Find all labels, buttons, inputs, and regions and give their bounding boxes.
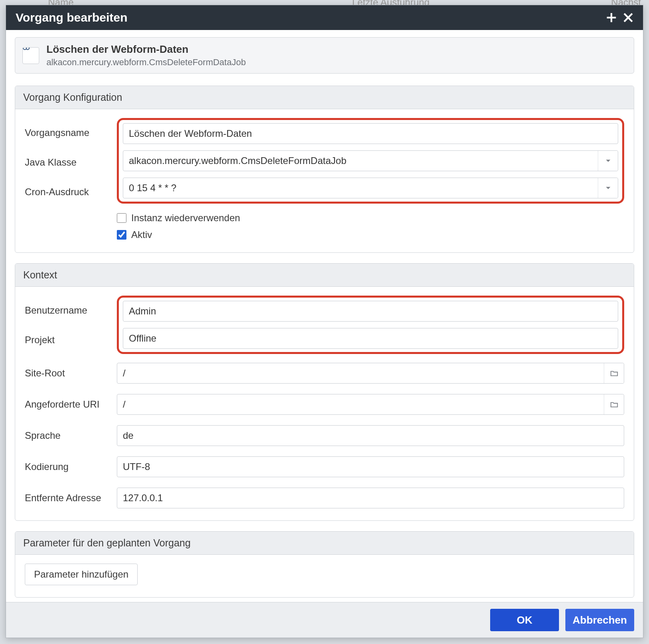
active-row[interactable]: Aktiv — [117, 229, 624, 240]
dialog-titlebar: Vorgang bearbeiten — [6, 5, 643, 30]
encoding-input[interactable] — [117, 456, 624, 477]
java-class-dropdown-trigger[interactable] — [598, 151, 618, 171]
reuse-instance-label: Instanz wiederverwenden — [131, 212, 240, 224]
project-input[interactable] — [123, 328, 618, 349]
add-parameter-button[interactable]: Parameter hinzufügen — [25, 564, 138, 585]
job-title: Löschen der Webform-Daten — [46, 43, 246, 56]
active-checkbox[interactable] — [117, 230, 126, 240]
active-label: Aktiv — [131, 229, 152, 240]
reuse-instance-row[interactable]: Instanz wiederverwenden — [117, 212, 624, 224]
params-panel-title: Parameter für den geplanten Vorgang — [15, 532, 634, 555]
dialog-content: Löschen der Webform-Daten alkacon.mercur… — [6, 30, 643, 602]
project-label: Projekt — [25, 325, 117, 355]
java-class-input[interactable] — [123, 150, 618, 171]
dialog-title: Vorgang bearbeiten — [16, 11, 601, 24]
locale-input[interactable] — [117, 425, 624, 446]
uri-input[interactable] — [117, 394, 624, 415]
uri-browse-trigger[interactable] — [604, 394, 624, 414]
job-name-label: Vorgangsname — [25, 118, 117, 148]
close-icon[interactable] — [621, 11, 635, 24]
encoding-label: Kodierung — [25, 461, 117, 472]
remote-label: Entfernte Adresse — [25, 492, 117, 504]
config-panel-title: Vorgang Konfiguration — [15, 86, 634, 109]
remote-input[interactable] — [117, 488, 624, 508]
context-panel-title: Kontext — [15, 264, 634, 287]
username-label: Benutzername — [25, 296, 117, 325]
uri-label: Angeforderte URI — [25, 399, 117, 410]
add-icon[interactable] — [605, 11, 618, 24]
reuse-instance-checkbox[interactable] — [117, 213, 126, 223]
config-panel: Vorgang Konfiguration Vorgangsname Java … — [15, 86, 634, 253]
cancel-button[interactable]: Abbrechen — [565, 609, 634, 631]
siteroot-input[interactable] — [117, 363, 624, 384]
dialog-buttonbar: OK Abbrechen — [6, 602, 643, 638]
job-header-card: Löschen der Webform-Daten alkacon.mercur… — [15, 37, 634, 74]
edit-job-dialog: Vorgang bearbeiten Löschen der Webform-D… — [6, 5, 643, 638]
job-name-input[interactable] — [123, 123, 618, 144]
params-panel: Parameter für den geplanten Vorgang Para… — [15, 531, 634, 598]
cron-input[interactable] — [123, 178, 618, 198]
java-class-label: Java Klasse — [25, 148, 117, 177]
calendar-icon — [22, 47, 39, 64]
context-panel: Kontext Benutzername Projekt — [15, 263, 634, 521]
siteroot-label: Site-Root — [25, 368, 117, 379]
ok-button[interactable]: OK — [490, 609, 559, 631]
job-class-subtitle: alkacon.mercury.webform.CmsDeleteFormDat… — [46, 57, 246, 68]
context-highlight — [117, 296, 624, 354]
locale-label: Sprache — [25, 430, 117, 441]
cron-label: Cron-Ausdruck — [25, 177, 117, 207]
cron-dropdown-trigger[interactable] — [598, 178, 618, 198]
username-input[interactable] — [123, 301, 618, 322]
config-highlight — [117, 118, 624, 204]
siteroot-browse-trigger[interactable] — [604, 363, 624, 383]
